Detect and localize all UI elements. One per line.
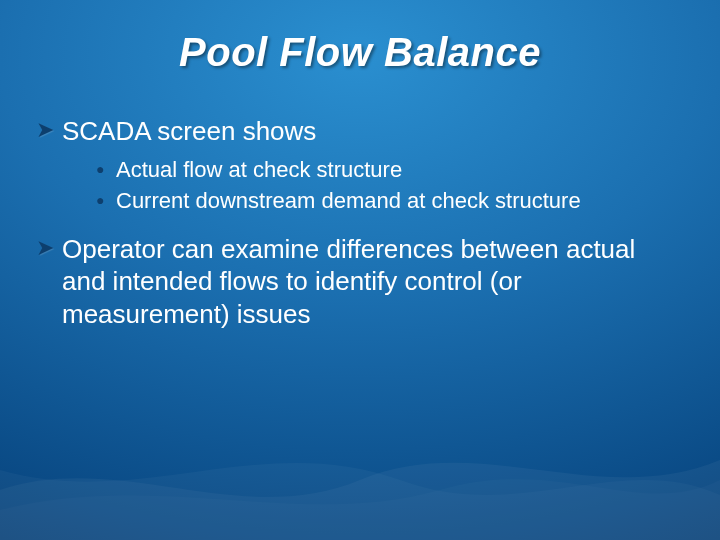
chevron-right-icon: ➤ xyxy=(36,233,58,263)
wave-decoration xyxy=(0,400,720,540)
bullet-text: Current downstream demand at check struc… xyxy=(116,187,670,215)
slide-title: Pool Flow Balance xyxy=(0,30,720,75)
bullet-level2: ● Actual flow at check structure xyxy=(96,156,670,184)
bullet-text: Operator can examine differences between… xyxy=(62,233,670,331)
slide: Pool Flow Balance ➤ SCADA screen shows ●… xyxy=(0,0,720,540)
bullet-level1: ➤ SCADA screen shows xyxy=(36,115,670,148)
bullet-level1: ➤ Operator can examine differences betwe… xyxy=(36,233,670,331)
sub-bullet-group: ● Actual flow at check structure ● Curre… xyxy=(96,156,670,215)
chevron-right-icon: ➤ xyxy=(36,115,58,145)
bullet-dot-icon: ● xyxy=(96,156,116,182)
bullet-text: Actual flow at check structure xyxy=(116,156,670,184)
bullet-level2: ● Current downstream demand at check str… xyxy=(96,187,670,215)
slide-body: ➤ SCADA screen shows ● Actual flow at ch… xyxy=(36,115,670,338)
bullet-dot-icon: ● xyxy=(96,187,116,213)
bullet-text: SCADA screen shows xyxy=(62,115,670,148)
